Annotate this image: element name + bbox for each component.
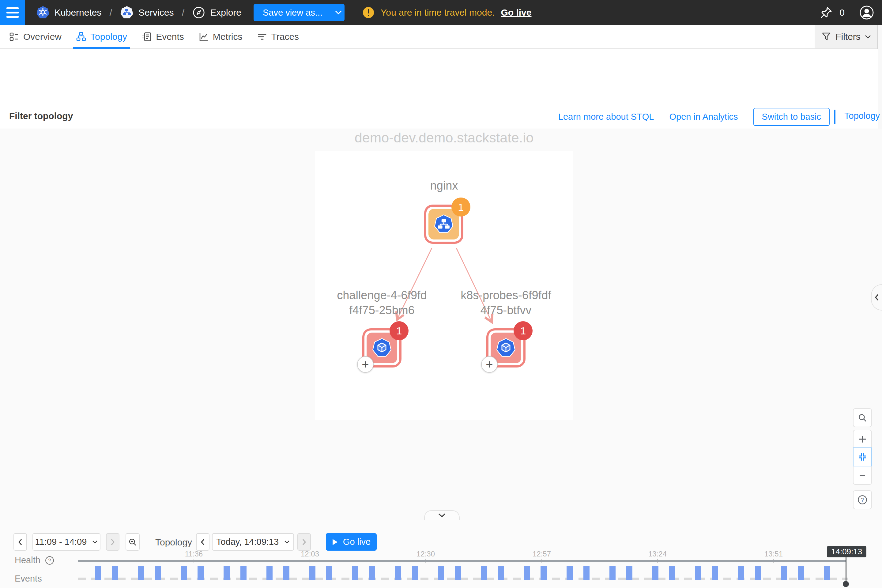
explore-compass-icon: [192, 6, 205, 19]
time-range-dropdown[interactable]: 11:09 - 14:09: [33, 533, 100, 550]
critical-badge[interactable]: 1: [514, 321, 532, 340]
tab-topology[interactable]: Topology: [76, 25, 127, 48]
svg-text:?: ?: [48, 558, 51, 563]
health-timeline-bar[interactable]: [78, 560, 846, 562]
event-bar[interactable]: [412, 566, 418, 580]
breadcrumb-label[interactable]: Kubernetes: [54, 8, 101, 18]
event-bar[interactable]: [798, 566, 804, 580]
tab-label[interactable]: Metrics: [213, 32, 243, 42]
fit-to-screen-button[interactable]: [853, 447, 872, 466]
event-bar[interactable]: [824, 566, 830, 580]
node-label-nginx[interactable]: nginx: [393, 178, 495, 193]
tab-label[interactable]: Overview: [23, 32, 62, 42]
go-live-button[interactable]: Go live: [326, 533, 376, 550]
next-time-button[interactable]: [297, 533, 311, 550]
search-topology-button[interactable]: [853, 408, 872, 427]
tab-label[interactable]: Traces: [272, 32, 299, 42]
go-live-link[interactable]: Go live: [501, 8, 531, 18]
switch-to-basic-button[interactable]: Switch to basic: [753, 108, 830, 126]
expand-node-button[interactable]: +: [481, 356, 498, 373]
event-bar[interactable]: [326, 566, 332, 580]
tab-label[interactable]: Events: [156, 32, 184, 42]
event-bar[interactable]: [224, 566, 230, 580]
learn-stql-link[interactable]: Learn more about STQL: [558, 112, 654, 122]
event-bar[interactable]: [266, 566, 273, 580]
event-bar[interactable]: [198, 566, 204, 580]
pin-icon[interactable]: [820, 6, 833, 19]
event-bar[interactable]: [695, 566, 701, 580]
menu-icon[interactable]: [0, 0, 25, 25]
help-button[interactable]: ?: [853, 490, 872, 509]
next-range-button[interactable]: [106, 533, 119, 550]
event-bar[interactable]: [283, 566, 290, 580]
event-bar[interactable]: [309, 566, 315, 580]
event-bar[interactable]: [755, 566, 761, 580]
time-picker-dropdown[interactable]: Today, 14:09:13: [212, 533, 294, 550]
filter-nav-topology[interactable]: Topology: [844, 111, 880, 121]
chevron-down-icon: [92, 540, 98, 544]
event-bar[interactable]: [240, 566, 246, 580]
zoom-out-range-button[interactable]: [126, 533, 140, 550]
node-challenge-pod[interactable]: 1 +: [362, 328, 402, 368]
save-view-caret-icon[interactable]: [332, 4, 345, 21]
event-bar[interactable]: [369, 566, 375, 580]
event-bar[interactable]: [540, 566, 547, 580]
event-bar[interactable]: [498, 566, 504, 580]
tab-metrics[interactable]: Metrics: [199, 25, 243, 48]
tab-traces[interactable]: Traces: [257, 25, 299, 48]
open-analytics-link[interactable]: Open in Analytics: [669, 112, 738, 122]
node-label-challenge[interactable]: challenge-4-6f9fd f4f75-25bm6: [315, 288, 449, 318]
deviating-badge[interactable]: 1: [452, 198, 470, 216]
event-bar[interactable]: [609, 566, 616, 580]
event-bar[interactable]: [438, 566, 444, 580]
event-bar[interactable]: [524, 566, 530, 580]
critical-badge[interactable]: 1: [390, 321, 408, 340]
event-bar[interactable]: [781, 566, 787, 580]
tab-overview[interactable]: Overview: [9, 25, 62, 48]
event-bar[interactable]: [626, 566, 632, 580]
previous-time-button[interactable]: [196, 533, 210, 550]
event-bar[interactable]: [138, 566, 144, 580]
event-bar[interactable]: [395, 566, 401, 580]
event-bar[interactable]: [738, 566, 744, 580]
event-bar[interactable]: [481, 566, 487, 580]
time-travel-marker-line[interactable]: [846, 557, 846, 582]
zoom-out-button[interactable]: [853, 466, 872, 485]
event-bar[interactable]: [669, 566, 675, 580]
event-bar[interactable]: [455, 566, 461, 580]
save-view-as-button[interactable]: Save view as...: [254, 4, 345, 21]
topology-canvas[interactable]: demo-dev.demo.stackstate.io nginx 1 chal…: [0, 129, 882, 520]
user-avatar-icon[interactable]: [860, 5, 874, 20]
event-bar[interactable]: [112, 566, 118, 580]
node-nginx[interactable]: 1: [424, 205, 464, 244]
breadcrumb-label[interactable]: Explore: [210, 8, 242, 18]
event-bar[interactable]: [584, 566, 590, 580]
chevron-right-icon: [111, 539, 115, 545]
expand-node-button[interactable]: +: [357, 356, 374, 373]
events-bars[interactable]: [0, 566, 882, 580]
event-bar[interactable]: [652, 566, 658, 580]
tab-label[interactable]: Topology: [90, 32, 127, 42]
time-tick: 12:30: [407, 550, 444, 558]
event-bar[interactable]: [95, 566, 101, 580]
previous-range-button[interactable]: [14, 533, 27, 550]
collapse-timeline-tab[interactable]: [424, 510, 460, 520]
breadcrumb-services[interactable]: Services: [120, 6, 174, 19]
event-bar[interactable]: [154, 566, 161, 580]
event-bar[interactable]: [352, 566, 358, 580]
event-bar[interactable]: [712, 566, 718, 580]
zoom-in-button[interactable]: [853, 430, 872, 448]
time-travel-marker-dot[interactable]: [843, 581, 849, 587]
breadcrumb-kubernetes[interactable]: Kubernetes: [36, 6, 101, 19]
event-bar[interactable]: [181, 566, 187, 580]
tab-events[interactable]: Events: [142, 25, 184, 48]
filters-button[interactable]: Filters: [814, 25, 878, 48]
breadcrumb-explore[interactable]: Explore: [192, 6, 242, 19]
node-label-k8s-probes[interactable]: k8s-probes-6f9fdf 4f75-btfvv: [438, 288, 573, 318]
breadcrumb-label[interactable]: Services: [138, 8, 174, 18]
filters-label[interactable]: Filters: [836, 32, 861, 42]
node-k8s-probes-pod[interactable]: 1 +: [486, 328, 525, 368]
help-circle-icon[interactable]: ?: [45, 555, 54, 566]
event-bar[interactable]: [567, 566, 573, 580]
save-view-as-label[interactable]: Save view as...: [254, 4, 332, 21]
